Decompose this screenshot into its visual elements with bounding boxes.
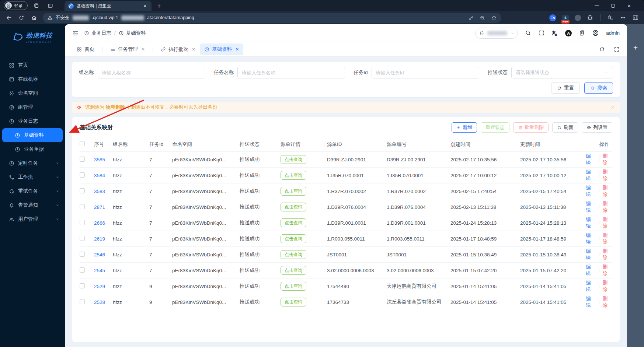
query-detail-button[interactable]: 点击查询	[281, 234, 306, 243]
tab-close-icon[interactable]: ✕	[192, 47, 195, 52]
edit-link[interactable]: 编辑	[586, 264, 596, 277]
seq-link[interactable]: 2619	[94, 236, 105, 242]
delete-link[interactable]: 删除	[602, 232, 612, 245]
home-icon[interactable]	[28, 13, 40, 23]
edit-link[interactable]: 编辑	[586, 232, 596, 245]
tab-close-icon[interactable]: ✕	[142, 3, 148, 9]
sidebar-item-group-mgmt[interactable]: 组管理	[0, 100, 65, 114]
group-name-input[interactable]	[98, 67, 205, 78]
search-button[interactable]: 搜索	[584, 83, 613, 94]
namespace-select[interactable]	[475, 28, 518, 39]
column-setting-button[interactable]: 列设置	[582, 122, 612, 133]
tab-exec-batch[interactable]: 执行批次✕	[156, 43, 200, 55]
sidebar-item-alert-notice[interactable]: 告警通知	[0, 198, 65, 212]
sidebar-item-user-mgmt[interactable]: 用户管理	[0, 212, 65, 226]
seq-link[interactable]: 2666	[94, 220, 105, 226]
theme-toggle-icon[interactable]: A	[565, 30, 572, 36]
row-checkbox[interactable]	[80, 283, 85, 288]
sidebar-item-online-machines[interactable]: 在线机器	[0, 72, 65, 86]
query-detail-button[interactable]: 点击查询	[281, 203, 306, 211]
row-checkbox[interactable]	[80, 220, 85, 225]
password-key-icon[interactable]	[468, 15, 474, 21]
row-checkbox[interactable]	[80, 204, 85, 209]
delete-link[interactable]: 删除	[602, 248, 612, 261]
seq-link[interactable]: 3583	[94, 189, 105, 194]
seq-link[interactable]: 2545	[94, 268, 105, 273]
window-minimize-button[interactable]: —	[589, 0, 605, 11]
seq-link[interactable]: 2546	[94, 252, 105, 257]
rail-add-button[interactable]: ＋	[632, 43, 639, 51]
seq-link[interactable]: 2871	[94, 204, 105, 210]
row-checkbox[interactable]	[80, 267, 85, 273]
delete-link[interactable]: 删除	[602, 264, 612, 277]
row-checkbox[interactable]	[80, 157, 85, 162]
new-extension-icon[interactable]: SNew	[562, 15, 569, 20]
query-detail-button[interactable]: 点击查询	[281, 250, 306, 259]
reset-button[interactable]: 重置	[551, 83, 580, 94]
task-id-input[interactable]	[372, 67, 479, 78]
tab-home[interactable]: 首页	[72, 43, 99, 55]
add-button[interactable]: 新增	[452, 122, 477, 133]
row-checkbox[interactable]	[80, 172, 85, 178]
sidebar-item-cron-task[interactable]: 定时任务	[0, 156, 65, 170]
delete-link[interactable]: 删除	[602, 200, 612, 214]
reset-state-button[interactable]: 重置状态	[481, 122, 509, 133]
favorites-bar-icon[interactable]	[607, 14, 614, 21]
task-name-input[interactable]	[237, 67, 345, 78]
delete-link[interactable]: 删除	[602, 295, 612, 309]
user-avatar-icon[interactable]	[592, 29, 599, 36]
edit-link[interactable]: 编辑	[586, 185, 596, 198]
tab-task-mgmt[interactable]: 任务管理✕	[106, 43, 149, 55]
sidebar-item-business-doc[interactable]: 业务单据	[0, 142, 65, 156]
sidebar-item-retry-task[interactable]: 重试任务	[0, 184, 65, 198]
edit-link[interactable]: 编辑	[586, 200, 596, 214]
sidebar-item-workflow[interactable]: 工作流	[0, 170, 65, 184]
refresh-tab-icon[interactable]	[599, 46, 605, 52]
query-detail-button[interactable]: 点击查询	[281, 218, 306, 227]
breadcrumb-item[interactable]: 业务日志	[84, 30, 111, 36]
seq-link[interactable]: 2528	[94, 299, 105, 305]
edit-link[interactable]: 编辑	[586, 169, 596, 182]
tab-close-icon[interactable]: ✕	[141, 47, 145, 52]
tab-base-data[interactable]: 基础资料✕	[200, 43, 243, 55]
query-detail-button[interactable]: 点击查询	[281, 187, 306, 196]
delete-link[interactable]: 删除	[602, 185, 612, 198]
row-checkbox[interactable]	[80, 236, 85, 241]
edit-link[interactable]: 编辑	[586, 216, 596, 229]
banner-close-icon[interactable]	[610, 105, 615, 110]
tab-close-icon[interactable]: ✕	[235, 47, 239, 52]
sidebar-item-namespace[interactable]: 命名空间	[0, 86, 65, 100]
search-icon[interactable]	[525, 30, 531, 36]
sidebar-item-home[interactable]: 首页	[0, 58, 65, 72]
delete-link[interactable]: 删除	[602, 280, 612, 293]
query-detail-button[interactable]: 点击查询	[281, 282, 306, 291]
select-all-checkbox[interactable]	[80, 141, 85, 146]
browser-tab[interactable]: 基础资料 | 成集云 ✕	[65, 1, 152, 11]
delete-link[interactable]: 删除	[602, 153, 612, 166]
row-checkbox[interactable]	[80, 252, 85, 257]
fullscreen-icon[interactable]	[538, 30, 544, 36]
reload-icon[interactable]	[15, 13, 27, 23]
sidebar-item-base-data[interactable]: 基础资料	[2, 128, 63, 142]
address-bar[interactable]: 不安全 .cjcloud.vip:1 atacenter/datamapping	[43, 13, 501, 23]
favorite-star-icon[interactable]	[491, 15, 497, 21]
sidebar-collapse-icon[interactable]	[72, 30, 79, 36]
translate-icon[interactable]	[551, 30, 558, 36]
seq-link[interactable]: 2529	[94, 284, 105, 289]
window-maximize-button[interactable]: ▢	[605, 0, 621, 11]
query-detail-button[interactable]: 点击查询	[281, 298, 306, 306]
content-fullscreen-icon[interactable]	[614, 46, 620, 52]
zoom-out-icon[interactable]	[480, 15, 485, 21]
edit-link[interactable]: 编辑	[586, 248, 596, 261]
meeting-extension-icon[interactable]	[549, 14, 556, 21]
query-detail-button[interactable]: 点击查询	[281, 155, 306, 164]
sidebar-item-business-log[interactable]: 业务日志	[0, 114, 65, 128]
batch-delete-button[interactable]: 批量删除	[513, 122, 549, 133]
row-checkbox[interactable]	[80, 299, 85, 304]
disabled-extension-icon[interactable]	[575, 15, 581, 21]
extensions-puzzle-icon[interactable]	[587, 14, 593, 21]
back-icon[interactable]	[3, 13, 15, 23]
delete-link[interactable]: 删除	[602, 216, 612, 229]
browser-profile-chip[interactable]: 登录	[4, 1, 28, 10]
query-detail-button[interactable]: 点击查询	[281, 266, 306, 275]
